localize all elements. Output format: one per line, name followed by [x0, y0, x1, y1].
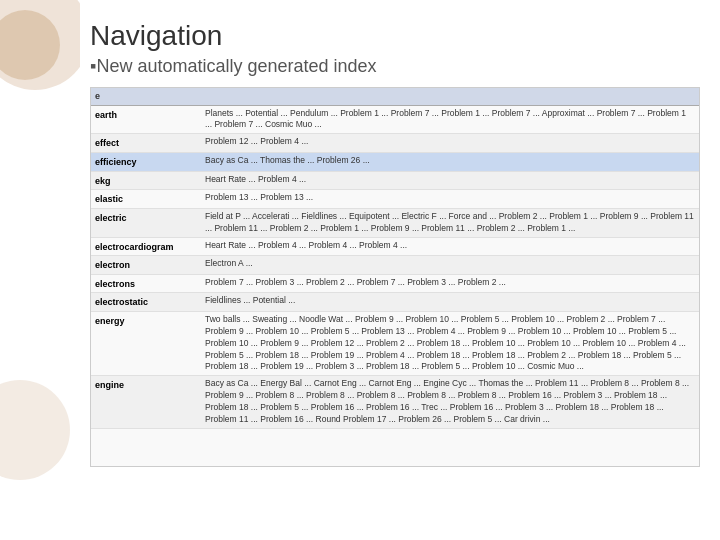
entry-refs: Heart Rate ... Problem 4 ...: [205, 174, 695, 186]
entry-refs: Bacy as Ca ... Energy Bal ... Carnot Eng…: [205, 378, 695, 426]
header-col1: e: [95, 90, 205, 103]
entry-term: electric: [95, 211, 205, 225]
entry-term: electrostatic: [95, 295, 205, 309]
slide-title: Navigation: [90, 20, 700, 52]
entry-refs: Problem 12 ... Problem 4 ...: [205, 136, 695, 148]
table-row: ekgHeart Rate ... Problem 4 ...: [91, 172, 699, 191]
table-row: electrocardiogramHeart Rate ... Problem …: [91, 238, 699, 257]
subtitle-prefix: ▪New: [90, 56, 132, 76]
table-row: electronsProblem 7 ... Problem 3 ... Pro…: [91, 275, 699, 294]
slide-subtitle: ▪New automatically generated index: [90, 56, 700, 77]
subtitle-rest: automatically generated index: [137, 56, 376, 76]
entry-refs: Planets ... Potential ... Pendulum ... P…: [205, 108, 695, 132]
header-col2: [205, 90, 695, 103]
entry-term: ekg: [95, 174, 205, 188]
table-row: electronElectron A ...: [91, 256, 699, 275]
entry-term: effect: [95, 136, 205, 150]
table-row: efficiencyBacy as Ca ... Thomas the ... …: [91, 153, 699, 172]
entry-refs: Problem 13 ... Problem 13 ...: [205, 192, 695, 204]
entry-term: earth: [95, 108, 205, 122]
table-row: elasticProblem 13 ... Problem 13 ...: [91, 190, 699, 209]
table-row: energyTwo balls ... Sweating ... Noodle …: [91, 312, 699, 376]
table-header: e: [91, 88, 699, 106]
table-row: effectProblem 12 ... Problem 4 ...: [91, 134, 699, 153]
table-row: electricField at P ... Accelerati ... Fi…: [91, 209, 699, 238]
table-row: earthPlanets ... Potential ... Pendulum …: [91, 106, 699, 135]
entry-refs: Fieldlines ... Potential ...: [205, 295, 695, 307]
entry-refs: Field at P ... Accelerati ... Fieldlines…: [205, 211, 695, 235]
entry-term: electron: [95, 258, 205, 272]
entry-term: elastic: [95, 192, 205, 206]
entry-term: electrons: [95, 277, 205, 291]
entry-term: electrocardiogram: [95, 240, 205, 254]
entry-refs: Bacy as Ca ... Thomas the ... Problem 26…: [205, 155, 695, 167]
table-body: earthPlanets ... Potential ... Pendulum …: [91, 106, 699, 429]
entry-refs: Problem 7 ... Problem 3 ... Problem 2 ..…: [205, 277, 695, 289]
table-row: electrostaticFieldlines ... Potential ..…: [91, 293, 699, 312]
entry-term: efficiency: [95, 155, 205, 169]
entry-refs: Two balls ... Sweating ... Noodle Wat ..…: [205, 314, 695, 373]
table-row: engineBacy as Ca ... Energy Bal ... Carn…: [91, 376, 699, 429]
entry-refs: Heart Rate ... Problem 4 ... Problem 4 .…: [205, 240, 695, 252]
entry-term: engine: [95, 378, 205, 392]
entry-term: energy: [95, 314, 205, 328]
index-table: e earthPlanets ... Potential ... Pendulu…: [90, 87, 700, 467]
entry-refs: Electron A ...: [205, 258, 695, 270]
